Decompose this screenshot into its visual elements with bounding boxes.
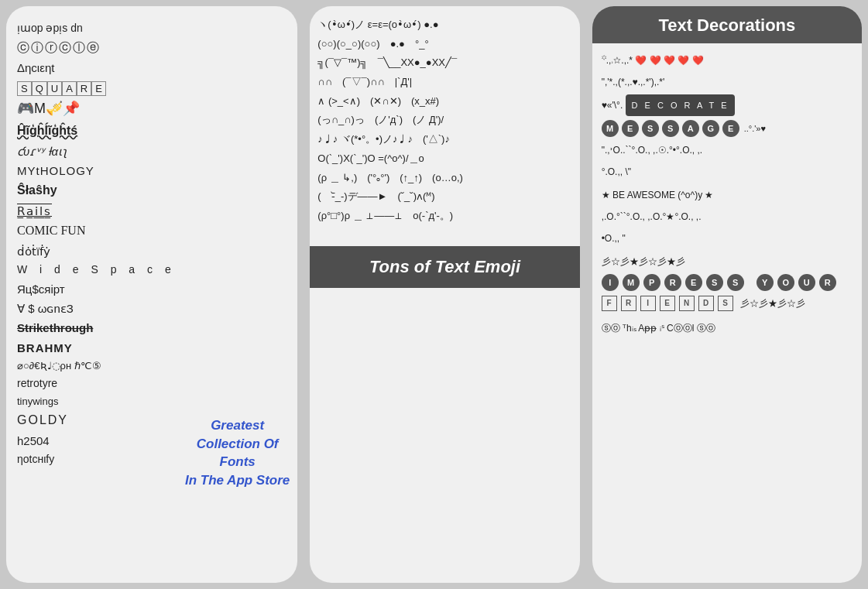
deco-text-8: ,.O.°``°.O., ,.O.°★°.O., ,. bbox=[602, 211, 702, 222]
fr-i: I bbox=[640, 296, 656, 311]
deco-content: ꙳.,˒☆.,.* ❤️ ❤️ ❤️ ❤️ ❤️ ",'*.,(*.,.♥.,.… bbox=[592, 43, 862, 348]
deco-text-2: ",'*.,(*.,.♥.,.*'),.*' bbox=[602, 77, 665, 87]
deco-line-4: M E S S A G E ..°.'»♥ bbox=[602, 119, 853, 138]
deco-text-6: °.O.,, \" bbox=[602, 166, 631, 177]
kaomoji-row: (○○)(○_○)(○○) ●.● °_° bbox=[317, 35, 571, 54]
circle-s2: S bbox=[662, 120, 679, 137]
font-h2504: h2504 bbox=[17, 432, 286, 450]
deco-line-1: ꙳.,˒☆.,.* ❤️ ❤️ ❤️ ❤️ ❤️ bbox=[602, 51, 853, 70]
deco-text-9: •O.,, " bbox=[602, 233, 626, 244]
circle-e: E bbox=[622, 120, 639, 137]
sq-a: A bbox=[62, 81, 77, 96]
fr-s: S bbox=[718, 296, 733, 311]
font-script: Яц$сяірт bbox=[17, 280, 286, 298]
font-square: SQUARE bbox=[17, 79, 286, 97]
font-mythology: MYtHOLOGY bbox=[17, 162, 286, 180]
deco-text-5: ".,˒O..``°.O., ,.☉.°•°.O., ,. bbox=[602, 145, 703, 156]
deco-line-last: ⓢⓞ ᵀhᵢₛ Aᵽᵽ ᵢˢ Cⓞⓞl ⓢⓞ bbox=[602, 319, 853, 337]
kaomoji-row: (ρ ＿ ↳,) ('°ₒ°') (↑_↑) (o…o,) bbox=[317, 169, 571, 188]
friends-deco: 彡☆彡★彡☆彡 bbox=[740, 294, 805, 313]
right-panel: Text Decorations ꙳.,˒☆.,.* ❤️ ❤️ ❤️ ❤️ ❤… bbox=[592, 6, 862, 583]
font-ancient: Δηcιεηt bbox=[17, 59, 286, 77]
circle-a: A bbox=[682, 120, 699, 137]
friends-row: F R I E N D S 彡☆彡★彡☆彡 bbox=[602, 294, 853, 313]
kaomoji-row: (っ∩_∩)っ (ノ'д`) (ノ Д')/ bbox=[317, 111, 571, 130]
circle-m: M bbox=[602, 120, 619, 137]
deco-text-last: ⓢⓞ ᵀhᵢₛ Aᵽᵽ ᵢˢ Cⓞⓞl ⓢⓞ bbox=[602, 323, 715, 334]
font-currency: ∀ $ ωɢnɛЗ bbox=[17, 300, 286, 317]
deco-text-7: ★ BE AWESOME (^o^)y ★ bbox=[602, 190, 714, 200]
decorate-badge: D E C O R A T E bbox=[626, 94, 736, 116]
font-list: ᴉɯop ǝpᴉs dn ⓒⓘⓡⓒⓛⓔ Δηcιεηt SQUARE 🎮M🎺📌 … bbox=[17, 20, 286, 468]
deco-text-1: ꙳.,˒☆.,.* ❤️ ❤️ ❤️ ❤️ ❤️ bbox=[602, 55, 704, 66]
font-retro: retrotyre bbox=[17, 375, 286, 392]
sq-r: R bbox=[77, 81, 91, 96]
imp-s: S bbox=[706, 274, 723, 291]
font-widespace: W i d e S p a c e bbox=[17, 262, 286, 279]
font-symbols: ⌀○∂€Ʀ♩◌ρн ℏ℃⑤ bbox=[17, 358, 286, 374]
font-circled: ⓒⓘⓡⓒⓛⓔ bbox=[17, 39, 286, 58]
imp-p: P bbox=[643, 274, 660, 291]
circle-e2: E bbox=[722, 120, 739, 137]
font-upsidedown: ᴉɯop ǝpᴉs dn bbox=[17, 20, 286, 37]
font-slashy: Ŝłaŝhy bbox=[17, 181, 286, 200]
kaomoji-row: (ρ°□°)ρ ＿ ⊥——⊥ o(-`д'-。) bbox=[317, 207, 571, 226]
kaomoji-banner: Tons of Text Emoji bbox=[310, 246, 579, 288]
kaomoji-row: O(`_')X(`_')O =(^o^)/＿o bbox=[317, 149, 571, 169]
imp-m: M bbox=[623, 274, 640, 291]
your-y: Y bbox=[756, 274, 774, 291]
deco-tail: ..°.'»♥ bbox=[744, 120, 766, 137]
your-r: R bbox=[819, 274, 836, 291]
right-title-bar: Text Decorations bbox=[592, 6, 862, 43]
fr-e: E bbox=[660, 296, 675, 311]
kaomoji-row: ヽ(•̀ω•́)ノ ε=ε=(ο•̀ω•́) ●.● bbox=[317, 15, 571, 35]
imp-i: I bbox=[602, 274, 619, 291]
font-comic: COMIC FUN bbox=[17, 221, 286, 241]
sq-u: U bbox=[47, 81, 62, 96]
fr-r: R bbox=[621, 296, 636, 311]
font-rails: R̲a̲i̲l̲s̲ bbox=[17, 202, 286, 220]
sq-s: S bbox=[17, 81, 32, 96]
kaomoji-row: ( -᷅_-)デ——► (˘_˘)ʌ(ᴹ) bbox=[317, 187, 571, 207]
deco-text-10: 彡☆彡★彡☆彡★彡 bbox=[602, 256, 685, 267]
left-panel: ᴉɯop ǝpᴉs dn ⓒⓘⓡⓒⓛⓔ Δηcιεηt SQUARE 🎮M🎺📌 … bbox=[6, 6, 297, 583]
font-notch: ηotcнιfy bbox=[17, 451, 286, 468]
deco-line-10: 彡☆彡★彡☆彡★彡 bbox=[602, 252, 853, 271]
deco-line-7: ★ BE AWESOME (^o^)y ★ bbox=[602, 186, 853, 204]
kaomoji-row: ∩∩ (¯▽¯)∩∩ |`Д'| bbox=[317, 73, 571, 92]
impress-row: I M P R E S S Y O U R bbox=[602, 274, 853, 291]
imp-r: R bbox=[664, 274, 681, 291]
font-highlights: Ĥĩģĥĺĩģĥtś bbox=[17, 122, 286, 141]
fr-f: F bbox=[602, 296, 617, 311]
right-title: Text Decorations bbox=[658, 15, 795, 35]
promo-line4: In The App Store bbox=[185, 471, 290, 490]
kaomoji-row: ∧ (>_<∧) (✕∩✕) (x_x#) bbox=[317, 92, 571, 111]
kaomoji-row: ╗(¯▽¯™)╗ ¯╲__XX●_●XX╱¯ bbox=[317, 53, 571, 73]
font-tiny: tinywings bbox=[17, 394, 286, 409]
your-o: O bbox=[777, 274, 794, 291]
font-goldy: GOLDY bbox=[17, 411, 286, 430]
your-u: U bbox=[798, 274, 815, 291]
kaomoji-list: ヽ(•̀ω•́)ノ ε=ε=(ο•̀ω•́) ●.● (○○)(○_○)(○○)… bbox=[310, 6, 579, 235]
circle-g: G bbox=[702, 120, 719, 137]
fr-d: D bbox=[698, 296, 714, 311]
message-circles: M E S S A G E ..°.'»♥ bbox=[602, 120, 766, 137]
sq-q: Q bbox=[32, 81, 47, 96]
deco-line-8: ,.O.°``°.O., ,.O.°★°.O., ,. bbox=[602, 207, 853, 226]
imp-e: E bbox=[685, 274, 702, 291]
deco-line-2: ",'*.,(*.,.♥.,.*'),.*' bbox=[602, 73, 853, 91]
circle-s: S bbox=[642, 120, 659, 137]
fr-n: N bbox=[679, 296, 695, 311]
banner-text: Tons of Text Emoji bbox=[369, 257, 520, 276]
deco-line-3: ♥«'\°. D E C O R A T E bbox=[602, 94, 853, 116]
middle-panel: ヽ(•̀ω•́)ノ ε=ε=(ο•̀ω•́) ●.● (○○)(○_○)(○○)… bbox=[310, 6, 579, 583]
font-curvy: ƈυɾᵛʸ ƚαɩʅ bbox=[17, 142, 286, 160]
font-strikethrough: Strikethrough bbox=[17, 319, 286, 337]
deco-line-5: ".,˒O..``°.O., ,.☉.°•°.O., ,. bbox=[602, 141, 853, 159]
font-dotify: ḋȯṫïḟẏ bbox=[17, 242, 286, 260]
sq-e: E bbox=[91, 81, 106, 96]
font-brahmy: BRAHMY bbox=[17, 339, 286, 357]
kaomoji-row: ♪♩♪ ヾ(*•°。•)ノ♪♩♪ ('△`)♪ bbox=[317, 130, 571, 149]
deco-text-3: ♥«'\°. bbox=[602, 100, 623, 111]
font-emoji: 🎮M🎺📌 bbox=[17, 98, 286, 120]
